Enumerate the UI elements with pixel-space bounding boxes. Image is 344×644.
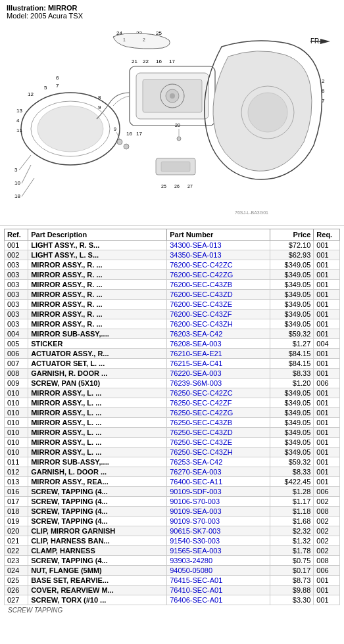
cell-req: 001 [314, 280, 340, 290]
cell-price: $349.05 [270, 418, 314, 428]
svg-text:9: 9 [114, 127, 116, 131]
cell-part-number[interactable]: 76400-SEC-A11 [167, 477, 270, 487]
cell-ref: 008 [5, 369, 28, 379]
cell-price: $8.33 [270, 467, 314, 477]
table-row: 003 MIRROR ASSY., R. ... 76200-SEC-C43ZH… [5, 319, 340, 329]
table-row: 017 SCREW, TAPPING (4... 90106-S70-003 $… [5, 497, 340, 507]
cell-part-number[interactable]: 76200-SEC-C43ZF [167, 310, 270, 319]
svg-text:7: 7 [322, 98, 325, 104]
cell-part-number[interactable]: 76220-SEA-003 [167, 369, 270, 379]
cell-part-number[interactable]: 76200-SEC-C43ZB [167, 280, 270, 290]
svg-point-28 [170, 93, 175, 99]
cell-desc: SCREW, TAPPING (4... [28, 497, 167, 507]
table-row: 010 MIRROR ASSY., L. ... 76250-SEC-C43ZE… [5, 438, 340, 448]
header-ref: Ref. [5, 229, 28, 241]
cell-req: 001 [314, 319, 340, 329]
cell-part-number[interactable]: 76253-SEA-C42 [167, 457, 270, 467]
cell-ref: 001 [5, 241, 28, 250]
svg-text:17: 17 [169, 58, 175, 64]
cell-ref: 010 [5, 438, 28, 448]
cell-part-number[interactable]: 76200-SEC-C42ZG [167, 270, 270, 280]
parts-table: Ref. Part Description Part Number Price … [4, 229, 340, 605]
illustration-line: Illustration: MIRROR [7, 4, 337, 12]
cell-desc: MIRROR ASSY., L. ... [28, 438, 167, 448]
cell-part-number[interactable]: 76200-SEC-C43ZH [167, 319, 270, 329]
cell-part-number[interactable]: 91540-S30-003 [167, 536, 270, 546]
cell-req: 001 [314, 586, 340, 595]
cell-req: 008 [314, 556, 340, 566]
table-row: 021 CLIP, HARNESS BAN... 91540-S30-003 $… [5, 536, 340, 546]
cell-ref: 009 [5, 379, 28, 388]
cell-ref: 022 [5, 546, 28, 556]
cell-part-number[interactable]: 76250-SEC-C42ZC [167, 388, 270, 398]
cell-part-number[interactable]: 90106-S70-003 [167, 497, 270, 507]
cell-desc: MIRROR SUB-ASSY,.... [28, 457, 167, 467]
cell-part-number[interactable]: 76210-SEA-E21 [167, 349, 270, 359]
cell-desc: GARNISH, L. DOOR ... [28, 467, 167, 477]
cell-ref: 010 [5, 448, 28, 457]
cell-price: $349.05 [270, 270, 314, 280]
cell-part-number[interactable]: 76239-S6M-003 [167, 379, 270, 388]
cell-price: $422.45 [270, 477, 314, 487]
svg-text:7: 7 [56, 83, 59, 89]
cell-part-number[interactable]: 90615-SK7-003 [167, 526, 270, 536]
cell-part-number[interactable]: 90109-S70-003 [167, 517, 270, 526]
cell-part-number[interactable]: 93903-24280 [167, 556, 270, 566]
cell-part-number[interactable]: 76200-SEC-C43ZD [167, 290, 270, 300]
cell-part-number[interactable]: 91565-SEA-003 [167, 546, 270, 556]
cell-desc: GARNISH, R. DOOR ... [28, 369, 167, 379]
cell-part-number[interactable]: 90109-SEA-003 [167, 507, 270, 517]
cell-desc: MIRROR ASSY., R. ... [28, 270, 167, 280]
header-req: Req. [314, 229, 340, 241]
table-row: 019 SCREW, TAPPING (4... 90109-S70-003 $… [5, 517, 340, 526]
table-row: 010 MIRROR ASSY., L. ... 76250-SEC-C42ZF… [5, 398, 340, 408]
cell-part-number[interactable]: 90109-SDF-003 [167, 487, 270, 497]
cell-part-number[interactable]: 76208-SEA-003 [167, 339, 270, 349]
cell-part-number[interactable]: 76250-SEC-C43ZB [167, 418, 270, 428]
cell-price: $349.05 [270, 260, 314, 270]
cell-ref: 010 [5, 408, 28, 418]
cell-ref: 027 [5, 595, 28, 605]
cell-part-number[interactable]: 76200-SEC-C43ZE [167, 300, 270, 310]
cell-price: $1.78 [270, 546, 314, 556]
cell-part-number[interactable]: 76250-SEC-C43ZE [167, 438, 270, 448]
cell-part-number[interactable]: 76410-SEC-A01 [167, 586, 270, 595]
cell-part-number[interactable]: 34300-SEA-013 [167, 241, 270, 250]
cell-desc: MIRROR ASSY., L. ... [28, 408, 167, 418]
cell-part-number[interactable]: 76200-SEC-C42ZC [167, 260, 270, 270]
cell-req: 001 [314, 369, 340, 379]
cell-desc: LIGHT ASSY., R. S... [28, 241, 167, 250]
cell-desc: MIRROR ASSY., R. ... [28, 290, 167, 300]
svg-text:9: 9 [98, 104, 101, 110]
cell-price: $349.05 [270, 398, 314, 408]
table-row: 018 SCREW, TAPPING (4... 90109-SEA-003 $… [5, 507, 340, 517]
cell-part-number[interactable]: 76270-SEA-003 [167, 467, 270, 477]
cell-part-number[interactable]: 94050-05080 [167, 566, 270, 576]
cell-desc: ACTUATOR SET, L. ... [28, 359, 167, 369]
table-row: 004 MIRROR SUB-ASSY,.... 76203-SEA-C42 $… [5, 329, 340, 339]
cell-part-number[interactable]: 76215-SEA-C41 [167, 359, 270, 369]
cell-part-number[interactable]: 76250-SEC-C42ZF [167, 398, 270, 408]
cell-part-number[interactable]: 76250-SEC-C42ZG [167, 408, 270, 418]
cell-req: 006 [314, 487, 340, 497]
table-row: 003 MIRROR ASSY., R. ... 76200-SEC-C42ZG… [5, 270, 340, 280]
cell-part-number[interactable]: 76250-SEC-C43ZH [167, 448, 270, 457]
cell-price: $8.33 [270, 369, 314, 379]
cell-part-number[interactable]: 76415-SEC-A01 [167, 576, 270, 586]
cell-part-number[interactable]: 76406-SEC-A01 [167, 595, 270, 605]
table-row: 005 STICKER 76208-SEA-003 $1.27 004 [5, 339, 340, 349]
cell-price: $349.05 [270, 319, 314, 329]
cell-ref: 011 [5, 457, 28, 467]
cell-part-number[interactable]: 34350-SEA-013 [167, 250, 270, 260]
cell-ref: 017 [5, 497, 28, 507]
model-key: Model: [7, 12, 28, 20]
model-line: Model: 2005 Acura TSX [7, 12, 337, 20]
cell-req: 001 [314, 448, 340, 457]
cell-price: $349.05 [270, 408, 314, 418]
cell-part-number[interactable]: 76250-SEC-C43ZD [167, 428, 270, 438]
cell-price: $59.32 [270, 457, 314, 467]
cell-req: 001 [314, 349, 340, 359]
cell-req: 002 [314, 546, 340, 556]
cell-req: 001 [314, 290, 340, 300]
cell-part-number[interactable]: 76203-SEA-C42 [167, 329, 270, 339]
